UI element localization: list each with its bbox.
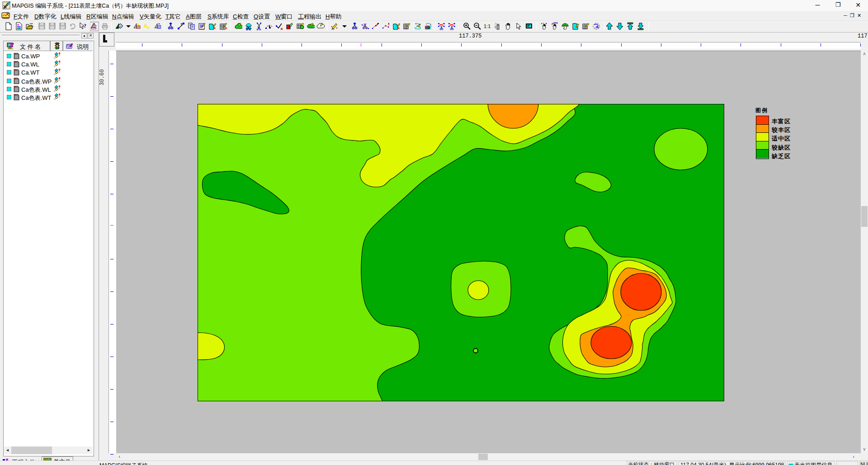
- svg-text:A: A: [147, 25, 150, 30]
- svg-text:1:1: 1:1: [484, 23, 491, 29]
- svg-text:?: ?: [84, 23, 86, 29]
